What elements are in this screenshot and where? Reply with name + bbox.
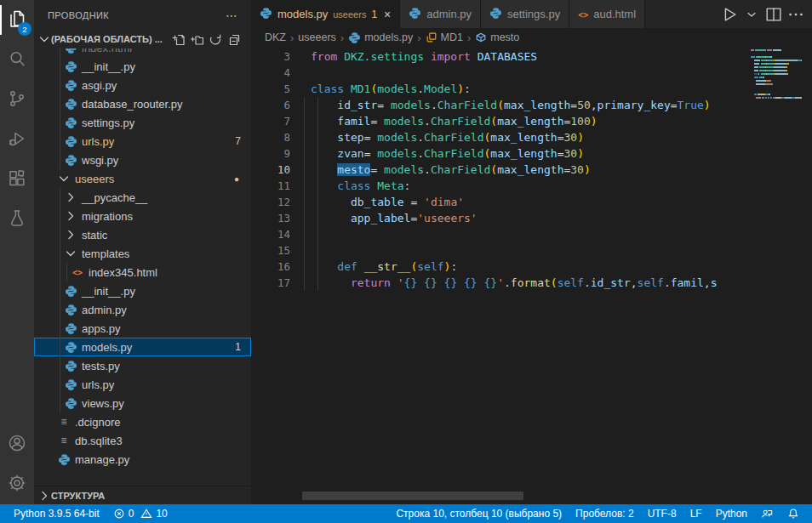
- status-python-interpreter[interactable]: Python 3.9.5 64-bit: [7, 504, 106, 523]
- python-file-icon: [260, 7, 272, 22]
- code-line-17[interactable]: 17 return '{} {} {} {} {}'.format(self.i…: [251, 275, 747, 291]
- sidebar-item-settings-py[interactable]: settings.py: [34, 113, 251, 132]
- sidebar-item-db-sqlite3[interactable]: ≡db.sqlite3: [34, 431, 251, 450]
- line-content: class Meta:: [311, 179, 410, 192]
- horizontal-scrollbar[interactable]: [302, 492, 523, 500]
- outline-section-header[interactable]: СТРУКТУРА: [34, 486, 251, 504]
- tab-aud-html[interactable]: <>aud.html: [569, 0, 645, 28]
- more-actions-icon[interactable]: [786, 5, 805, 24]
- collapse-all-icon[interactable]: [226, 31, 243, 48]
- status-encoding[interactable]: UTF-8: [641, 504, 683, 523]
- close-icon[interactable]: ×: [384, 8, 391, 21]
- split-editor-icon[interactable]: [764, 5, 783, 24]
- activity-testing[interactable]: [0, 200, 34, 240]
- chevron-down-icon: [56, 169, 71, 188]
- tab-admin-py[interactable]: admin.py: [400, 0, 481, 28]
- code-line-3[interactable]: 3from DKZ.settings import DATABASES: [251, 48, 747, 65]
- code-line-4[interactable]: 4: [251, 65, 747, 81]
- status-cursor-position[interactable]: Строка 10, столбец 10 (выбрано 5): [389, 504, 569, 523]
- code-editor[interactable]: 3from DKZ.settings import DATABASES45cla…: [251, 47, 812, 504]
- sidebar-item-init-py[interactable]: __init__.py: [34, 281, 251, 300]
- tree-row-inner: settings.py: [34, 113, 251, 132]
- file-label: index345.html: [89, 266, 157, 279]
- status-notifications[interactable]: [781, 504, 807, 523]
- python-file-icon: [63, 113, 78, 132]
- line-number: 4: [251, 65, 290, 81]
- tree-row-inner: views.py: [34, 394, 251, 412]
- status-feedback[interactable]: [754, 504, 781, 523]
- code-line-14[interactable]: 14: [251, 226, 747, 242]
- python-file-icon: [63, 319, 78, 338]
- activity-extensions[interactable]: [0, 160, 34, 200]
- chevron-right-icon: [63, 225, 78, 244]
- run-python-file-icon[interactable]: [720, 5, 739, 24]
- new-folder-icon[interactable]: [188, 31, 205, 48]
- tab-bar: models.pyuseeers1×admin.pysettings.py<>a…: [251, 0, 812, 28]
- file-label: __pycache__: [82, 191, 147, 204]
- sidebar-item-asgi-py[interactable]: asgi.py: [34, 76, 251, 94]
- tab-description: useeers: [333, 9, 366, 20]
- sidebar-item-urls-py[interactable]: urls.py: [34, 375, 251, 394]
- activity-explorer[interactable]: 2: [0, 0, 34, 40]
- activity-settings[interactable]: [0, 464, 34, 504]
- sidebar-item-pycache[interactable]: __pycache__: [34, 188, 251, 207]
- sidebar-item-tests-py[interactable]: tests.py: [34, 356, 251, 375]
- activity-source-control[interactable]: [0, 80, 34, 120]
- run-dropdown-icon[interactable]: [742, 5, 761, 24]
- code-line-8[interactable]: 8 step= models.CharField(max_length=30): [251, 129, 747, 145]
- workspace-section-header[interactable]: (РАБОЧАЯ ОБЛАСТЬ) ...: [34, 30, 251, 48]
- tab-models-py[interactable]: models.pyuseeers1×: [251, 0, 400, 28]
- sidebar-item-manage-py[interactable]: manage.py: [34, 450, 251, 469]
- sidebar-item-urls-py[interactable]: urls.py7: [34, 132, 251, 151]
- sidebar-item-index-html[interactable]: index.html: [34, 48, 251, 57]
- sidebar-item-useeers[interactable]: useeers●: [34, 169, 251, 188]
- code-line-7[interactable]: 7 famil= models.CharField(max_length=100…: [251, 113, 747, 129]
- tab-settings-py[interactable]: settings.py: [481, 0, 569, 28]
- breadcrumb-item-useeers[interactable]: useeers: [298, 31, 335, 43]
- code-line-9[interactable]: 9 zvan= models.CharField(max_length=30): [251, 145, 747, 162]
- sidebar-item-dcignore[interactable]: ≡.dcignore: [34, 412, 251, 431]
- breadcrumb-item-models-py[interactable]: models.py: [348, 31, 413, 44]
- activity-account[interactable]: [0, 424, 34, 464]
- sidebar-item-models-py[interactable]: models.py1: [34, 338, 251, 356]
- status-language-mode[interactable]: Python: [709, 504, 754, 523]
- breadcrumb-item-md1[interactable]: MD1: [426, 31, 463, 43]
- sidebar-item-apps-py[interactable]: apps.py: [34, 319, 251, 338]
- code-line-12[interactable]: 12 db_table = 'dima': [251, 194, 747, 210]
- code-line-10[interactable]: 10 mesto= models.CharField(max_length=30…: [251, 162, 747, 178]
- minimap[interactable]: [747, 47, 803, 504]
- sidebar-item-init-py[interactable]: __init__.py: [34, 57, 251, 76]
- sidebar-item-views-py[interactable]: views.py: [34, 394, 251, 412]
- code-line-13[interactable]: 13 app_label='useeers': [251, 210, 747, 226]
- code-line-5[interactable]: 5class MD1(models.Model):: [251, 81, 747, 97]
- refresh-icon[interactable]: [207, 31, 224, 48]
- status-problems[interactable]: 010: [106, 504, 174, 523]
- activity-search[interactable]: [0, 40, 34, 80]
- sidebar-item-database-roouter-py[interactable]: database_roouter.py: [34, 94, 251, 113]
- code-line-11[interactable]: 11 class Meta:: [251, 178, 747, 194]
- breadcrumb-item-dkz[interactable]: DKZ: [265, 31, 286, 43]
- debug-icon: [7, 128, 27, 152]
- sidebar-item-templates[interactable]: templates: [34, 244, 251, 263]
- code-line-16[interactable]: 16 def __str__(self):: [251, 259, 747, 275]
- activity-run-debug[interactable]: [0, 120, 34, 160]
- code-line-15[interactable]: 15: [251, 242, 747, 259]
- sidebar-item-static[interactable]: static: [34, 225, 251, 244]
- symbol-class-icon: [426, 31, 437, 43]
- line-number: 17: [251, 275, 290, 291]
- status-eol[interactable]: LF: [683, 504, 709, 523]
- tree-indent-guide: [60, 48, 60, 57]
- breadcrumb-item-mesto[interactable]: mesto: [475, 31, 519, 43]
- status-indentation[interactable]: Пробелов: 2: [569, 504, 641, 523]
- sidebar-item-index345-html[interactable]: <>index345.html: [34, 263, 251, 281]
- code-line-6[interactable]: 6 id_str= models.CharField(max_length=50…: [251, 97, 747, 113]
- sidebar-item-wsgi-py[interactable]: wsgi.py: [34, 151, 251, 169]
- minimap-line: [751, 60, 802, 61]
- new-file-icon[interactable]: [169, 31, 186, 48]
- tab-label: admin.py: [426, 8, 472, 20]
- sidebar-item-migrations[interactable]: migrations: [34, 207, 251, 225]
- sidebar-item-admin-py[interactable]: admin.py: [34, 300, 251, 319]
- status-bar: Python 3.9.5 64-bit010 Строка 10, столбе…: [0, 504, 812, 523]
- more-actions-icon[interactable]: ⋯: [226, 9, 237, 22]
- tree-row-inner: __init__.py: [34, 57, 251, 76]
